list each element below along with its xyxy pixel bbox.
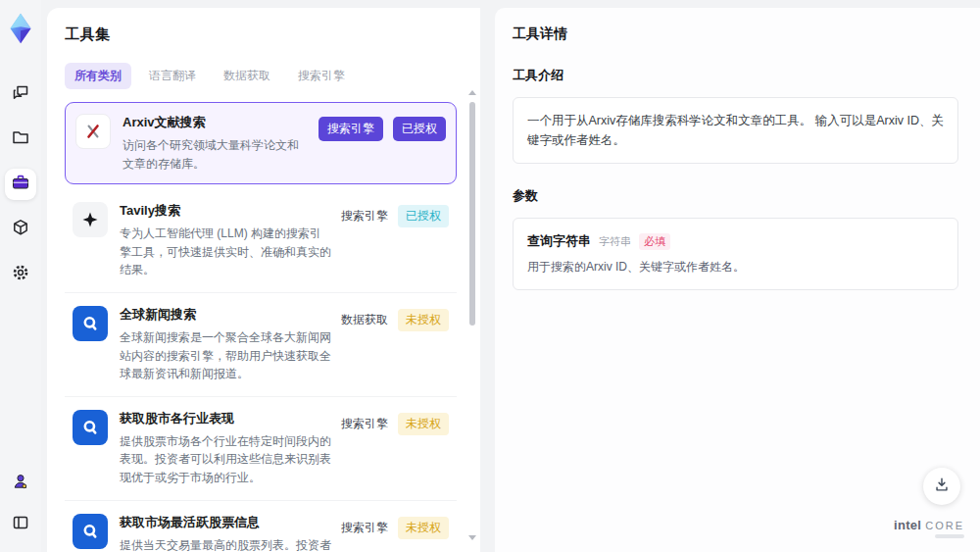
tool-item-tavily-search[interactable]: Tavily搜索 专为人工智能代理 (LLM) 构建的搜索引擎工具，可快速提供实… xyxy=(65,189,457,293)
auth-status-badge: 未授权 xyxy=(398,309,449,331)
parameter-type: 字符串 xyxy=(599,234,631,249)
news-search-q-icon xyxy=(73,306,108,341)
tool-tags: 数据获取 未授权 xyxy=(341,306,449,331)
parameter-header: 查询字符串 字符串 必填 xyxy=(527,232,944,250)
news-search-q-icon xyxy=(73,514,108,549)
briefcase-icon xyxy=(11,173,30,196)
sidebar-item-tools[interactable] xyxy=(5,169,36,200)
category-tag: 搜索引擎 xyxy=(341,520,388,536)
main-content: 工具集 所有类别 语言翻译 数据获取 搜索引擎 Arxiv文献搜索 访问各个研究… xyxy=(47,8,980,552)
sidebar-item-settings[interactable] xyxy=(5,259,36,290)
brand-sub-mark xyxy=(935,534,964,538)
sidebar-rail xyxy=(0,0,41,552)
auth-status-badge: 已授权 xyxy=(393,117,446,141)
tool-title: Arxiv文献搜索 xyxy=(122,114,309,131)
tool-title: Tavily搜索 xyxy=(120,202,331,220)
intro-section-heading: 工具介绍 xyxy=(513,67,958,84)
intel-core-wordmark: intel CORE xyxy=(894,518,964,532)
tavily-star-icon xyxy=(73,202,108,237)
page-title: 工具集 xyxy=(65,25,466,44)
parameter-card: 查询字符串 字符串 必填 用于搜索的Arxiv ID、关键字或作者姓名。 xyxy=(513,218,958,290)
tab-language-translation[interactable]: 语言翻译 xyxy=(139,63,206,89)
tool-item-body: 全球新闻搜索 全球新闻搜索是一个聚合全球各大新闻网站内容的搜索引擎，帮助用户快速… xyxy=(120,306,341,383)
tool-description: 专为人工智能代理 (LLM) 构建的搜索引擎工具，可快速提供实时、准确和真实的结… xyxy=(120,225,331,279)
tool-title: 全球新闻搜索 xyxy=(120,306,331,324)
list-scrollbar[interactable] xyxy=(468,90,477,540)
sidebar-item-files[interactable] xyxy=(5,124,36,155)
tool-title: 获取股市各行业表现 xyxy=(120,410,331,427)
parameter-description: 用于搜索的Arxiv ID、关键字或作者姓名。 xyxy=(527,259,944,276)
sidebar-bottom xyxy=(5,468,36,540)
tool-item-body: Tavily搜索 专为人工智能代理 (LLM) 构建的搜索引擎工具，可快速提供实… xyxy=(120,202,341,279)
tool-tags: 搜索引擎 未授权 xyxy=(341,514,449,539)
download-icon xyxy=(933,476,951,497)
intel-logo-text: intel xyxy=(894,518,921,532)
arxiv-logo-icon xyxy=(75,114,111,149)
chat-icon xyxy=(11,82,30,106)
params-section-heading: 参数 xyxy=(513,187,958,205)
tab-all-categories[interactable]: 所有类别 xyxy=(65,63,131,89)
auth-status-badge: 已授权 xyxy=(398,205,449,227)
sidebar-nav xyxy=(5,78,36,290)
tool-item-most-active-stocks[interactable]: 获取市场最活跃股票信息 提供当天交易量最高的股票列表。投资者可以利用这些信息来识… xyxy=(65,501,457,552)
category-tag: 搜索引擎 xyxy=(341,208,388,225)
required-badge: 必填 xyxy=(639,233,670,250)
category-tag: 搜索引擎 xyxy=(341,416,388,432)
tool-item-sector-performance[interactable]: 获取股市各行业表现 提供股票市场各个行业在特定时间段内的表现。投资者可以利用这些… xyxy=(65,397,457,501)
download-button[interactable] xyxy=(923,468,960,505)
scrollbar-thumb[interactable] xyxy=(469,102,475,326)
user-avatar[interactable] xyxy=(5,468,36,499)
news-search-q-icon xyxy=(73,410,108,445)
tab-data-fetch[interactable]: 数据获取 xyxy=(214,63,280,89)
tool-item-body: Arxiv文献搜索 访问各个研究领域大量科学论文和文章的存储库。 xyxy=(122,114,318,173)
tool-list: Arxiv文献搜索 访问各个研究领域大量科学论文和文章的存储库。 搜索引擎 已授… xyxy=(65,102,466,552)
app-logo[interactable] xyxy=(7,12,34,45)
intel-core-badge: intel CORE xyxy=(894,518,964,538)
auth-status-badge: 未授权 xyxy=(398,517,449,539)
tool-list-panel: 工具集 所有类别 语言翻译 数据获取 搜索引擎 Arxiv文献搜索 访问各个研究… xyxy=(47,8,480,552)
tool-intro-text: 一个用于从Arxiv存储库搜索科学论文和文章的工具。 输入可以是Arxiv ID… xyxy=(527,114,944,147)
tool-tags: 搜索引擎 已授权 xyxy=(318,114,446,141)
tool-item-arxiv-search[interactable]: Arxiv文献搜索 访问各个研究领域大量科学论文和文章的存储库。 搜索引擎 已授… xyxy=(65,102,457,184)
collapse-panel-button[interactable] xyxy=(5,509,36,540)
parameter-name: 查询字符串 xyxy=(527,232,591,250)
tool-description: 访问各个研究领域大量科学论文和文章的存储库。 xyxy=(122,136,309,173)
sidebar-item-plugins[interactable] xyxy=(5,214,36,245)
tab-search-engine[interactable]: 搜索引擎 xyxy=(288,63,355,89)
tool-tags: 搜索引擎 已授权 xyxy=(341,202,449,227)
tool-description: 提供股票市场各个行业在特定时间段内的表现。投资者可以利用这些信息来识别表现优于或… xyxy=(120,432,331,487)
auth-status-badge: 未授权 xyxy=(398,413,449,435)
detail-panel-title: 工具详情 xyxy=(513,25,958,43)
tool-description: 提供当天交易量最高的股票列表。投资者可以利用这些信息来识别流动性强的股票和潜在的… xyxy=(120,536,331,552)
folder-icon xyxy=(11,127,30,151)
tool-tags: 搜索引擎 未授权 xyxy=(341,410,449,435)
scroll-down-arrow[interactable] xyxy=(468,535,476,540)
tool-intro-box: 一个用于从Arxiv存储库搜索科学论文和文章的工具。 输入可以是Arxiv ID… xyxy=(513,97,958,164)
tool-item-body: 获取股市各行业表现 提供股票市场各个行业在特定时间段内的表现。投资者可以利用这些… xyxy=(120,410,341,487)
core-logo-text: CORE xyxy=(925,520,964,531)
tool-description: 全球新闻搜索是一个聚合全球各大新闻网站内容的搜索引擎，帮助用户快速获取全球最新资… xyxy=(120,328,331,383)
scroll-up-arrow[interactable] xyxy=(468,90,476,95)
category-tag: 搜索引擎 xyxy=(318,117,383,141)
tool-detail-panel: 工具详情 工具介绍 一个用于从Arxiv存储库搜索科学论文和文章的工具。 输入可… xyxy=(495,8,980,552)
category-tabs: 所有类别 语言翻译 数据获取 搜索引擎 xyxy=(65,63,466,89)
gear-icon xyxy=(11,263,30,286)
category-tag: 数据获取 xyxy=(341,312,388,328)
tool-item-body: 获取市场最活跃股票信息 提供当天交易量最高的股票列表。投资者可以利用这些信息来识… xyxy=(120,514,341,552)
user-icon xyxy=(11,472,30,495)
tool-title: 获取市场最活跃股票信息 xyxy=(120,514,331,531)
sidebar-item-chat[interactable] xyxy=(5,78,36,110)
tool-item-global-news-search[interactable]: 全球新闻搜索 全球新闻搜索是一个聚合全球各大新闻网站内容的搜索引擎，帮助用户快速… xyxy=(65,293,457,397)
panel-toggle-icon xyxy=(11,513,30,536)
cube-icon xyxy=(11,218,30,241)
